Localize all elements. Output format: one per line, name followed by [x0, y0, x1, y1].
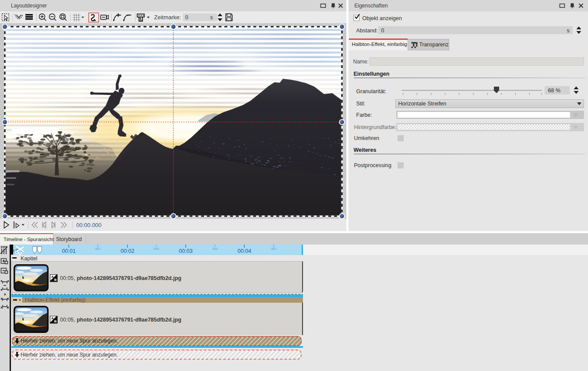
svg-text:A: A — [51, 275, 54, 279]
svg-text:00:01: 00:01 — [62, 248, 75, 254]
svg-text:0: 0 — [185, 14, 188, 21]
svg-text:00:04: 00:04 — [237, 248, 251, 254]
svg-text:Zeitmarke:: Zeitmarke: — [154, 14, 181, 21]
svg-text:00:00.000: 00:00.000 — [76, 222, 102, 228]
svg-text:500: 500 — [154, 247, 159, 251]
svg-text:s: s — [210, 14, 213, 21]
svg-text:B: B — [54, 278, 57, 282]
svg-text:A: A — [51, 316, 54, 320]
svg-text:00:03: 00:03 — [179, 248, 192, 254]
svg-text:B: B — [54, 319, 57, 323]
svg-text:00:02: 00:02 — [120, 248, 134, 254]
svg-text:500: 500 — [95, 247, 101, 251]
svg-text:500: 500 — [271, 247, 277, 251]
svg-text:500: 500 — [212, 247, 218, 251]
